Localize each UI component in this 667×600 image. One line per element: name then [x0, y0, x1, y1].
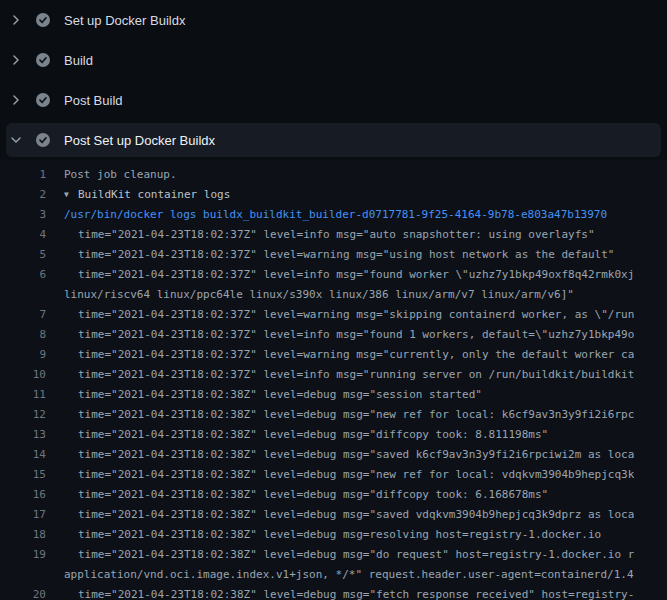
log-text: time="2021-04-23T18:02:37Z" level=info m…: [78, 265, 634, 285]
check-circle-icon: [36, 93, 50, 107]
log-line: 11 time="2021-04-23T18:02:38Z" level=deb…: [0, 385, 667, 405]
line-number[interactable]: 20: [0, 585, 46, 600]
group-label: BuildKit container logs: [78, 188, 230, 201]
line-number[interactable]: 6: [0, 265, 46, 285]
log-text: time="2021-04-23T18:02:38Z" level=debug …: [78, 385, 482, 405]
log-viewer: 1 Post job cleanup. 2 ▼BuildKit containe…: [0, 160, 667, 600]
log-line: 17 time="2021-04-23T18:02:38Z" level=deb…: [0, 505, 667, 525]
line-number: [0, 565, 46, 585]
log-line: 2 ▼BuildKit container logs: [0, 185, 667, 205]
log-line: 6 time="2021-04-23T18:02:37Z" level=info…: [0, 265, 667, 285]
log-line: 3 /usr/bin/docker logs buildx_buildkit_b…: [0, 205, 667, 225]
line-number[interactable]: 1: [0, 165, 46, 185]
check-circle-icon: [36, 53, 50, 67]
line-number[interactable]: 8: [0, 325, 46, 345]
log-text: time="2021-04-23T18:02:38Z" level=debug …: [78, 405, 634, 425]
chevron-right-icon: [8, 92, 24, 108]
log-line: 10 time="2021-04-23T18:02:37Z" level=inf…: [0, 365, 667, 385]
log-line: 15 time="2021-04-23T18:02:38Z" level=deb…: [0, 465, 667, 485]
log-line: 8 time="2021-04-23T18:02:37Z" level=info…: [0, 325, 667, 345]
chevron-right-icon: [8, 12, 24, 28]
line-number[interactable]: 13: [0, 425, 46, 445]
line-number[interactable]: 10: [0, 365, 46, 385]
steps-list: Set up Docker Buildx Build Post Build: [0, 0, 667, 157]
step-row-2[interactable]: Post Build: [0, 80, 667, 120]
log-line: 7 time="2021-04-23T18:02:37Z" level=warn…: [0, 305, 667, 325]
log-text: time="2021-04-23T18:02:37Z" level=info m…: [78, 365, 634, 385]
log-line: 18 time="2021-04-23T18:02:38Z" level=deb…: [0, 525, 667, 545]
log-text: time="2021-04-23T18:02:38Z" level=debug …: [78, 525, 601, 545]
step-row-3[interactable]: Post Set up Docker Buildx: [6, 123, 661, 157]
command-log-text: /usr/bin/docker logs buildx_buildkit_bui…: [64, 205, 607, 225]
log-text: time="2021-04-23T18:02:38Z" level=debug …: [78, 585, 634, 600]
log-line: 13 time="2021-04-23T18:02:38Z" level=deb…: [0, 425, 667, 445]
line-number[interactable]: 14: [0, 445, 46, 465]
line-number[interactable]: 18: [0, 525, 46, 545]
line-number[interactable]: 19: [0, 545, 46, 565]
log-line: application/vnd.oci.image.index.v1+json,…: [0, 565, 667, 585]
log-text: time="2021-04-23T18:02:38Z" level=debug …: [78, 425, 548, 445]
line-number[interactable]: 2: [0, 185, 46, 205]
line-number[interactable]: 15: [0, 465, 46, 485]
step-row-0[interactable]: Set up Docker Buildx: [0, 0, 667, 40]
log-text: time="2021-04-23T18:02:38Z" level=debug …: [78, 505, 634, 525]
line-number[interactable]: 5: [0, 245, 46, 265]
log-text: application/vnd.oci.image.index.v1+json,…: [64, 565, 634, 585]
line-number[interactable]: 3: [0, 205, 46, 225]
line-number[interactable]: 16: [0, 485, 46, 505]
log-text: time="2021-04-23T18:02:38Z" level=debug …: [78, 445, 634, 465]
log-text: time="2021-04-23T18:02:37Z" level=info m…: [78, 325, 634, 345]
log-line: 20 time="2021-04-23T18:02:38Z" level=deb…: [0, 585, 667, 600]
log-text: time="2021-04-23T18:02:37Z" level=warnin…: [78, 345, 634, 365]
log-text: time="2021-04-23T18:02:37Z" level=info m…: [78, 225, 595, 245]
triangle-down-icon[interactable]: ▼: [64, 185, 78, 205]
log-text: linux/riscv64 linux/ppc64le linux/s390x …: [64, 285, 574, 305]
log-line: 1 Post job cleanup.: [0, 165, 667, 185]
log-text: Post job cleanup.: [64, 165, 177, 185]
chevron-right-icon: [8, 52, 24, 68]
line-number[interactable]: 4: [0, 225, 46, 245]
check-circle-icon: [36, 13, 50, 27]
step-label: Post Build: [64, 93, 123, 108]
log-line: 19 time="2021-04-23T18:02:38Z" level=deb…: [0, 545, 667, 565]
step-row-1[interactable]: Build: [0, 40, 667, 80]
log-text: ▼BuildKit container logs: [64, 185, 230, 205]
step-label: Set up Docker Buildx: [64, 13, 185, 28]
log-line: 5 time="2021-04-23T18:02:37Z" level=warn…: [0, 245, 667, 265]
log-text: time="2021-04-23T18:02:38Z" level=debug …: [78, 545, 634, 565]
log-text: time="2021-04-23T18:02:37Z" level=warnin…: [78, 245, 614, 265]
step-label: Post Set up Docker Buildx: [64, 133, 215, 148]
line-number[interactable]: 12: [0, 405, 46, 425]
check-circle-icon: [36, 133, 50, 147]
step-label: Build: [64, 53, 93, 68]
log-text: time="2021-04-23T18:02:37Z" level=warnin…: [78, 305, 634, 325]
log-line: linux/riscv64 linux/ppc64le linux/s390x …: [0, 285, 667, 305]
line-number: [0, 285, 46, 305]
line-number[interactable]: 11: [0, 385, 46, 405]
line-number[interactable]: 7: [0, 305, 46, 325]
log-text: time="2021-04-23T18:02:38Z" level=debug …: [78, 465, 634, 485]
log-text: time="2021-04-23T18:02:38Z" level=debug …: [78, 485, 548, 505]
log-line: 9 time="2021-04-23T18:02:37Z" level=warn…: [0, 345, 667, 365]
line-number[interactable]: 17: [0, 505, 46, 525]
chevron-down-icon: [8, 132, 24, 148]
log-line: 12 time="2021-04-23T18:02:38Z" level=deb…: [0, 405, 667, 425]
log-line: 4 time="2021-04-23T18:02:37Z" level=info…: [0, 225, 667, 245]
log-line: 14 time="2021-04-23T18:02:38Z" level=deb…: [0, 445, 667, 465]
line-number[interactable]: 9: [0, 345, 46, 365]
log-line: 16 time="2021-04-23T18:02:38Z" level=deb…: [0, 485, 667, 505]
